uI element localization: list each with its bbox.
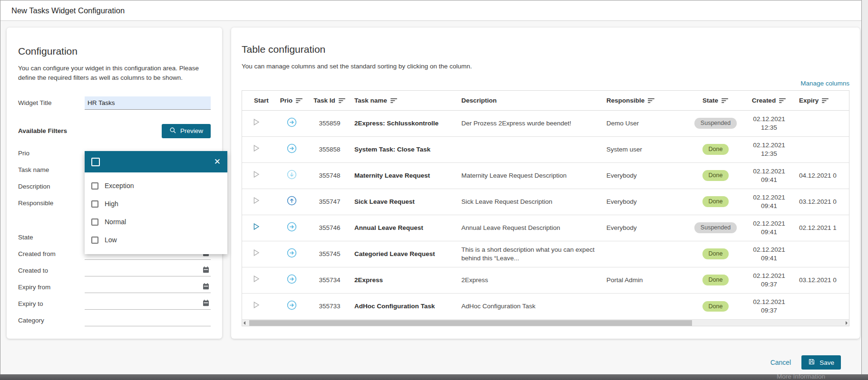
- column-header-created[interactable]: Created: [743, 91, 795, 110]
- dropdown-option-normal[interactable]: Normal: [85, 213, 227, 231]
- column-header-inner: Task name: [354, 97, 398, 104]
- state-cell: Done: [688, 136, 743, 162]
- filter-input-category[interactable]: [85, 314, 211, 326]
- save-disk-icon: [808, 358, 815, 367]
- created-date: 02.12.2021: [747, 115, 791, 124]
- close-icon[interactable]: ✕: [214, 158, 221, 166]
- created-date: 02.12.2021: [747, 298, 791, 306]
- checkbox[interactable]: [91, 200, 98, 208]
- calendar-icon[interactable]: [202, 299, 210, 309]
- available-filters-row: Available Filters Preview: [18, 124, 211, 138]
- task-name-cell: Categoried Leave Request: [351, 241, 458, 267]
- table-row: 355745Categoried Leave RequestThis is a …: [242, 241, 849, 267]
- column-header-state[interactable]: State: [688, 91, 743, 110]
- checkbox[interactable]: [91, 237, 98, 244]
- state-cell: Done: [688, 189, 743, 215]
- responsible-cell: [603, 293, 688, 319]
- responsible-cell: Demo User: [603, 110, 688, 136]
- prio-filter-dropdown: ✕ ExceptionHighNormalLow: [85, 151, 227, 254]
- save-button[interactable]: Save: [801, 355, 841, 370]
- column-header-description[interactable]: Description: [458, 91, 603, 110]
- filter-label: Prio: [18, 150, 85, 157]
- widget-title-label: Widget Title: [18, 99, 85, 106]
- column-header-task-id[interactable]: Task Id: [309, 91, 351, 110]
- checkbox[interactable]: [91, 182, 98, 190]
- start-task-button[interactable]: [251, 304, 261, 312]
- column-header-label: Task name: [354, 97, 387, 104]
- scroll-right-icon[interactable]: [846, 321, 848, 325]
- filter-input-expiry-from[interactable]: [85, 281, 211, 293]
- start-cell: [242, 215, 274, 241]
- prio-cell: [274, 110, 309, 136]
- dropdown-option-label: High: [105, 200, 118, 208]
- configuration-description: You can configure your widget in this co…: [18, 64, 211, 83]
- dropdown-option-exception[interactable]: Exception: [85, 177, 227, 195]
- column-header-responsible[interactable]: Responsible: [603, 91, 688, 110]
- cancel-button[interactable]: Cancel: [770, 359, 791, 366]
- description-cell: Der Prozess 2Express wurde beendet!: [458, 110, 603, 136]
- table-row: 355858System Task: Close TaskSystem user…: [242, 136, 849, 162]
- expiry-cell: [795, 293, 849, 319]
- created-time: 09:41: [747, 202, 791, 210]
- column-header-prio[interactable]: Prio: [274, 91, 309, 110]
- filter-input-expiry-to[interactable]: [85, 297, 211, 310]
- start-task-button[interactable]: [251, 148, 261, 155]
- expiry-cell: 02.12.2021 1: [795, 215, 849, 241]
- filter-label: Responsible: [18, 200, 85, 207]
- status-badge: Done: [702, 248, 729, 259]
- start-task-button[interactable]: [251, 122, 261, 129]
- scrollbar-thumb[interactable]: [249, 320, 692, 326]
- prio-arrow-up-icon: [286, 195, 297, 206]
- task-id-cell: 355748: [309, 162, 351, 189]
- column-header-expiry[interactable]: Expiry: [795, 91, 849, 110]
- prio-cell: [274, 267, 309, 293]
- start-task-button[interactable]: [251, 252, 261, 259]
- created-date: 02.12.2021: [747, 141, 791, 150]
- task-name-cell: Maternity Leave Request: [351, 162, 458, 189]
- column-header-task-name[interactable]: Task name: [351, 91, 458, 110]
- expiry-cell: 03.12.2021 0: [795, 189, 849, 215]
- select-all-checkbox[interactable]: [91, 158, 100, 166]
- table-row: 355746Annual Leave RequestAnnual Leave R…: [242, 215, 849, 241]
- start-cell: [242, 162, 274, 189]
- created-time: 09:41: [747, 176, 791, 184]
- task-name-cell: Sick Leave Request: [351, 189, 458, 215]
- column-header-start[interactable]: Start: [242, 91, 274, 110]
- filter-label: Description: [18, 183, 85, 190]
- sort-icon: [339, 98, 346, 104]
- description-cell: AdHoc Configuration Task: [458, 293, 603, 319]
- start-task-button[interactable]: [251, 278, 261, 285]
- calendar-icon[interactable]: [202, 283, 210, 292]
- task-id-cell: 355734: [309, 267, 351, 293]
- manage-columns-link[interactable]: Manage columns: [800, 80, 849, 87]
- status-badge: Done: [702, 196, 729, 207]
- task-name-cell: Annual Leave Request: [351, 215, 458, 241]
- start-task-button[interactable]: [251, 226, 261, 233]
- start-task-button[interactable]: [251, 200, 261, 207]
- description-cell: Annual Leave Request Description: [458, 215, 603, 241]
- filter-input-created-to[interactable]: [85, 264, 211, 276]
- preview-button[interactable]: Preview: [162, 124, 211, 138]
- dropdown-option-high[interactable]: High: [85, 195, 227, 213]
- dropdown-option-low[interactable]: Low: [85, 231, 227, 249]
- task-name-cell: 2Express: [351, 267, 458, 293]
- task-id-cell: 355859: [309, 110, 351, 136]
- state-cell: Done: [688, 162, 743, 189]
- start-task-button[interactable]: [251, 174, 261, 181]
- widget-title-input[interactable]: [85, 96, 211, 110]
- state-cell: Done: [688, 267, 743, 293]
- prio-arrow-right-icon: [286, 221, 297, 232]
- checkbox[interactable]: [91, 218, 98, 226]
- responsible-cell: Everybody: [603, 162, 688, 189]
- column-header-label: State: [702, 97, 718, 104]
- column-header-label: Description: [461, 97, 497, 104]
- save-button-label: Save: [819, 359, 834, 366]
- play-icon: [251, 169, 261, 180]
- scroll-left-icon[interactable]: [244, 321, 245, 325]
- column-header-label: Responsible: [606, 97, 644, 104]
- calendar-icon[interactable]: [202, 266, 210, 276]
- horizontal-scrollbar[interactable]: [242, 319, 849, 326]
- created-time: 12:35: [747, 124, 791, 132]
- preview-button-label: Preview: [180, 127, 203, 134]
- table-configuration-description: You can manage columns and set the stand…: [242, 62, 849, 71]
